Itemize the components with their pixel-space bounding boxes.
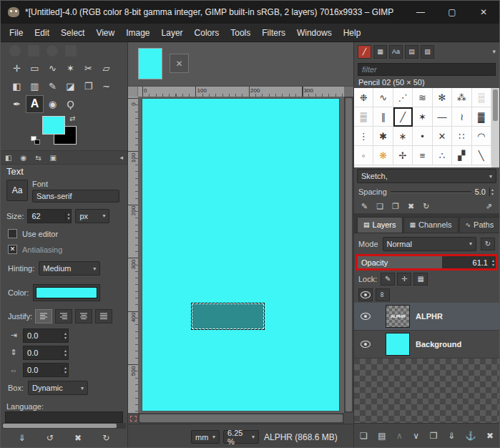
delete-brush-button[interactable]: ✖ — [408, 202, 414, 211]
quick-mask-toggle[interactable] — [128, 413, 138, 424]
lock-alpha-button[interactable]: ▦ — [413, 273, 428, 286]
move-tool[interactable]: ✛ — [8, 59, 26, 77]
mode-select[interactable]: Normal ▾ — [383, 237, 476, 251]
lock-pixels-button[interactable]: ✎ — [381, 273, 395, 286]
zoom-tool[interactable]: Ϙ — [62, 95, 79, 113]
default-colors-icon[interactable] — [31, 136, 42, 146]
letter-spacing-input[interactable]: 0.0 ▴▾ — [23, 363, 69, 377]
brush-thumbnail[interactable]: ▓ — [472, 107, 491, 127]
menu-select[interactable]: Select — [55, 25, 90, 41]
zoom-select[interactable]: 6.25 % ▾ — [223, 430, 259, 444]
tab-paths[interactable]: ∿Paths — [459, 217, 500, 233]
brush-thumbnail[interactable]: ▞ — [452, 146, 471, 165]
duplicate-brush-button[interactable]: ❐ — [392, 202, 399, 211]
menu-help[interactable]: Help — [338, 25, 367, 41]
horizontal-scrollbar[interactable] — [138, 413, 344, 424]
edit-brush-button[interactable]: ✎ — [361, 202, 368, 211]
brush-thumbnail[interactable]: ∗ — [393, 127, 413, 146]
spacing-slider[interactable] — [391, 191, 471, 193]
new-layer-button[interactable]: ❏ — [360, 431, 368, 441]
smudge-tool[interactable]: ∼ — [97, 77, 115, 95]
pointer-icon[interactable]: ▣ — [50, 154, 57, 162]
device-status-icon[interactable]: ◉ — [20, 154, 26, 162]
new-brush-button[interactable]: ❏ — [376, 202, 383, 211]
duplicate-layer-button[interactable]: ❐ — [430, 431, 438, 441]
text-tool[interactable]: A — [26, 95, 44, 113]
document-history-dialog-icon[interactable]: ▤ — [405, 45, 418, 59]
merge-down-button[interactable]: ⇓ — [448, 431, 455, 441]
selection-rectangle[interactable] — [191, 303, 265, 330]
delete-tool-preset-button[interactable]: ✖ — [74, 433, 82, 443]
brush-tag-select[interactable]: Sketch, ▾ — [357, 169, 496, 183]
canvas[interactable] — [142, 98, 340, 412]
brush-thumbnail[interactable]: ✢ — [393, 146, 413, 165]
menu-edit[interactable]: Edit — [29, 25, 55, 41]
menu-view[interactable]: View — [90, 25, 120, 41]
gradient-tool[interactable]: ▥ — [26, 77, 44, 95]
raise-layer-button[interactable]: ∧ — [396, 431, 403, 441]
color-picker-tool[interactable]: ◉ — [44, 95, 62, 113]
tab-channels[interactable]: ▦Channels — [403, 217, 459, 233]
letter-spacing-spinner[interactable]: ▴▾ — [62, 366, 68, 374]
language-input[interactable] — [5, 412, 123, 423]
opacity-slider[interactable]: Opacity 61.1 ▴▾ — [358, 256, 496, 268]
brush-thumbnail[interactable]: ⋮ — [354, 127, 373, 146]
new-layer-group-button[interactable]: ▤ — [378, 431, 386, 441]
opacity-spinner[interactable]: ▴▾ — [490, 258, 496, 267]
brush-thumbnail[interactable]: ✶ — [413, 107, 432, 127]
brush-thumbnail[interactable]: • — [413, 127, 432, 146]
visibility-toggle[interactable] — [358, 288, 373, 301]
fuzzy-select-tool[interactable]: ✶ — [62, 59, 79, 77]
layer-row-alphr[interactable]: ALPHR ALPHR — [354, 303, 499, 331]
link-toggle[interactable]: ∞ — [376, 288, 390, 301]
menu-tools[interactable]: Tools — [225, 25, 256, 41]
restore-tool-preset-button[interactable]: ↺ — [46, 433, 54, 443]
ruler-end-button[interactable] — [344, 87, 353, 97]
brush-thumbnail[interactable]: ≡ — [413, 146, 432, 165]
justify-left-button[interactable] — [35, 309, 52, 323]
justify-center-button[interactable] — [75, 309, 92, 323]
justify-fill-button[interactable] — [95, 309, 112, 323]
brush-thumbnail[interactable]: ◠ — [472, 127, 491, 146]
delete-layer-button[interactable]: ✖ — [486, 431, 494, 441]
line-spacing-input[interactable]: 0.0 ▴▾ — [23, 346, 69, 360]
ruler-corner-button[interactable] — [128, 87, 138, 97]
tab-layers[interactable]: ▤Layers — [357, 217, 403, 233]
layer-row-background[interactable]: Background — [354, 331, 499, 359]
tool-options-tab-icon[interactable]: ◧ — [5, 154, 11, 162]
rectangle-select-tool[interactable]: ▭ — [26, 59, 44, 77]
pencil-tool[interactable]: ✎ — [44, 77, 62, 95]
text-color-button[interactable] — [33, 284, 100, 301]
menu-filters[interactable]: Filters — [256, 25, 291, 41]
clone-tool[interactable]: ❐ — [79, 77, 97, 95]
brush-thumbnail[interactable]: ≋ — [413, 88, 432, 107]
size-spinner[interactable]: ▴▾ — [65, 212, 71, 220]
brush-thumbnail[interactable]: ∴ — [433, 146, 452, 165]
swap-colors-icon[interactable]: ⇄ — [69, 115, 75, 122]
image-tab-close-button[interactable]: ✕ — [170, 54, 189, 73]
collapse-arrow-icon[interactable]: ◂ — [119, 154, 123, 161]
brush-thumbnail[interactable]: ✕ — [433, 127, 452, 146]
open-brush-as-image-button[interactable]: ⇗ — [486, 202, 492, 211]
justify-right-button[interactable] — [55, 309, 72, 323]
switch-mode-group-button[interactable]: ↻ — [481, 238, 495, 250]
brush-thumbnail[interactable]: ❉ — [354, 88, 373, 107]
brush-scrollbar[interactable] — [491, 88, 499, 167]
indent-spinner[interactable]: ▴▾ — [62, 331, 68, 340]
size-input[interactable]: 62 ▴▾ — [27, 209, 72, 223]
unit-select[interactable]: mm ▾ — [191, 430, 220, 444]
layer-visibility-toggle[interactable] — [358, 340, 373, 349]
chevron-down-icon[interactable]: ▾ — [489, 48, 496, 55]
spacing-spinner[interactable]: ▴▾ — [489, 188, 495, 196]
free-select-tool[interactable]: ∿ — [44, 59, 62, 77]
brush-thumbnail[interactable]: ▒ — [354, 107, 373, 127]
menu-image[interactable]: Image — [120, 25, 155, 41]
brush-thumbnail[interactable]: ✱ — [373, 127, 393, 146]
foreground-color-swatch[interactable] — [42, 116, 65, 135]
brush-thumbnail[interactable]: ≀ — [452, 107, 471, 127]
close-button[interactable]: ✕ — [468, 1, 499, 24]
eraser-tool[interactable]: ◪ — [62, 77, 79, 95]
box-select[interactable]: Dynamic ▾ — [28, 381, 88, 395]
brush-thumbnail[interactable]: — — [433, 107, 452, 127]
vertical-scrollbar[interactable] — [344, 97, 353, 413]
